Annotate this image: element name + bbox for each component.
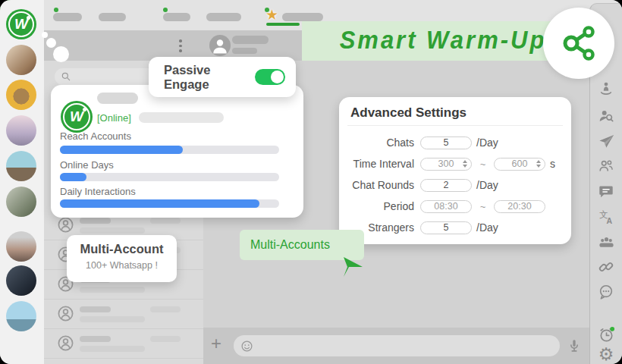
progress-track xyxy=(60,173,279,181)
message-input[interactable] xyxy=(234,335,560,356)
emoji-icon[interactable] xyxy=(240,340,253,353)
app-window: ★ xyxy=(0,0,622,364)
name-placeholder xyxy=(80,306,111,312)
passive-engage-card: Passive Engage xyxy=(149,57,296,97)
attach-plus-icon[interactable]: + xyxy=(211,333,221,354)
kebab-menu-icon[interactable] xyxy=(179,39,182,52)
voice-chat-icon[interactable] xyxy=(597,283,615,301)
contact-circle-icon xyxy=(57,216,74,234)
logo-dot xyxy=(27,16,30,20)
multi-account-tooltip: Multi-Account 100+ Whatsapp ! xyxy=(67,235,177,282)
passive-engage-toggle[interactable] xyxy=(255,69,285,85)
toggle-knob xyxy=(271,71,284,83)
account-avatar[interactable] xyxy=(6,187,36,217)
time-placeholder xyxy=(150,218,181,224)
contact-search-icon[interactable] xyxy=(597,107,615,125)
account-avatar[interactable] xyxy=(6,45,36,75)
tab-pill[interactable] xyxy=(99,13,126,21)
contact-circle-icon xyxy=(57,305,74,322)
account-avatar[interactable] xyxy=(6,115,36,146)
alarm-icon[interactable] xyxy=(597,325,615,344)
group-icon[interactable] xyxy=(597,233,615,251)
progress-fill xyxy=(60,173,86,181)
contact-status-placeholder xyxy=(232,48,257,54)
message-placeholder xyxy=(80,316,145,322)
mic-icon[interactable] xyxy=(566,337,583,355)
time-placeholder xyxy=(150,336,181,342)
contact-avatar[interactable] xyxy=(209,35,231,56)
warmup-profile-card: W [Online] Reach Accounts Online Days Da… xyxy=(51,85,303,218)
contact-name-placeholder xyxy=(232,36,269,44)
app-logo: W xyxy=(61,101,93,133)
search-icon xyxy=(61,71,71,82)
setting-label: Chats xyxy=(350,136,414,149)
tab-pill[interactable] xyxy=(163,13,190,21)
setting-unit: s xyxy=(550,158,555,170)
share-badge xyxy=(543,8,614,79)
app-logo-avatar[interactable]: W xyxy=(6,9,36,39)
tab-status-dot xyxy=(163,8,168,12)
chat-list-item[interactable] xyxy=(44,328,203,359)
setting-label: Chat Rounds xyxy=(350,179,414,191)
tab-pill-active[interactable] xyxy=(282,13,323,21)
paper-plane-icon[interactable] xyxy=(597,132,615,150)
logo-letter: W xyxy=(6,9,36,39)
stepper-icon[interactable] xyxy=(536,160,541,168)
favorite-tab-star-icon[interactable]: ★ xyxy=(265,6,278,24)
panel-title: Advanced Settings xyxy=(350,105,466,121)
stepper-icon[interactable] xyxy=(463,160,467,168)
period-start-input[interactable] xyxy=(420,200,472,213)
contact-circle-icon xyxy=(57,334,74,352)
setting-row-time-interval: Time Interval ~ s xyxy=(350,156,555,171)
progress-track xyxy=(60,199,279,208)
link-icon[interactable] xyxy=(597,258,615,276)
contacts-icon[interactable] xyxy=(597,157,615,175)
translate-icon[interactable]: 文 A xyxy=(597,208,615,226)
account-avatar[interactable] xyxy=(6,301,36,331)
chat-rounds-input[interactable] xyxy=(420,179,472,192)
account-avatar[interactable] xyxy=(6,231,36,262)
setting-label: Period xyxy=(350,200,414,212)
account-avatar[interactable] xyxy=(6,265,36,296)
decor-bubble xyxy=(46,38,56,48)
banner-title: Smart Warm-Up xyxy=(340,27,547,55)
account-avatar[interactable] xyxy=(6,80,36,110)
account-rail: W xyxy=(0,0,44,364)
setting-unit: /Day xyxy=(476,221,498,234)
account-avatar[interactable] xyxy=(6,151,36,181)
message-placeholder xyxy=(80,346,145,352)
progress-fill xyxy=(60,146,183,154)
tab-pill[interactable] xyxy=(53,13,82,21)
setting-label: Time Interval xyxy=(350,158,414,170)
person-location-icon[interactable] xyxy=(597,80,615,98)
period-end-input[interactable] xyxy=(494,200,545,213)
tooltip-title: Multi-Account xyxy=(67,242,177,256)
message-composer-bar: + xyxy=(203,328,590,364)
tab-pill[interactable] xyxy=(206,13,241,21)
chat-icon[interactable] xyxy=(597,182,615,200)
account-detail-placeholder xyxy=(139,112,224,123)
settings-gear-icon[interactable]: ⚙ xyxy=(597,345,615,363)
chats-input[interactable] xyxy=(420,136,472,149)
progress-track xyxy=(60,146,279,154)
passive-engage-label: Passive Engage xyxy=(164,63,255,92)
message-placeholder xyxy=(80,228,145,234)
time-placeholder xyxy=(150,306,181,312)
metric-label: Daily Interactions xyxy=(60,186,136,197)
account-name-placeholder xyxy=(97,93,138,104)
metric-label: Online Days xyxy=(60,159,114,171)
setting-row-period: Period ~ xyxy=(350,199,545,214)
message-placeholder xyxy=(80,287,145,293)
online-status: [Online] xyxy=(97,112,131,124)
divider xyxy=(347,125,563,126)
decor-bubble xyxy=(53,46,69,62)
logo-letter: W xyxy=(61,101,93,133)
progress-fill xyxy=(60,199,259,208)
metric-label: Reach Accounts xyxy=(60,130,131,142)
screenshot-stage: ★ xyxy=(0,0,622,364)
tab-status-dot xyxy=(54,8,58,12)
strangers-input[interactable] xyxy=(420,221,472,234)
range-tilde: ~ xyxy=(472,158,494,170)
chat-list-item[interactable] xyxy=(44,299,203,329)
setting-unit: /Day xyxy=(476,136,498,149)
